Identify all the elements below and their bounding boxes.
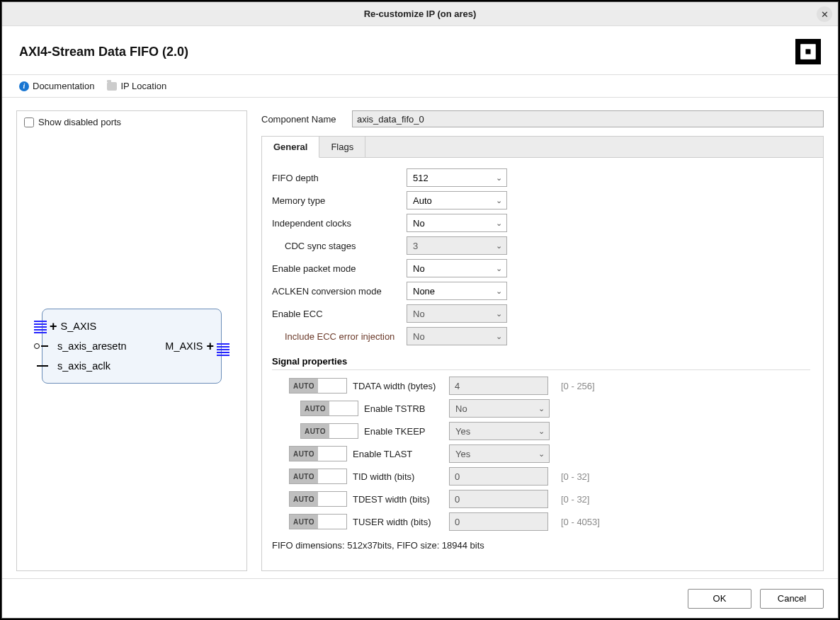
chevron-down-icon: ⌄	[538, 427, 545, 436]
amd-logo	[795, 39, 821, 64]
tdata-width-input	[449, 377, 548, 395]
documentation-label: Documentation	[33, 81, 94, 91]
tab-body-general: FIFO depth 512 ⌄ Memory type Auto ⌄	[262, 158, 823, 570]
signal-properties-heading: Signal properties	[272, 356, 810, 370]
ecc-injection-select: No ⌄	[407, 327, 507, 345]
linkbar: i Documentation IP Location	[2, 75, 838, 98]
documentation-link[interactable]: i Documentation	[19, 81, 94, 91]
bus-rail-icon	[217, 343, 229, 356]
enable-tkeep-label: Enable TKEEP	[364, 426, 443, 437]
independent-clocks-select[interactable]: No ⌄	[407, 214, 507, 232]
pin-circle-icon	[34, 343, 40, 349]
tab-general[interactable]: General	[262, 137, 319, 158]
tid-range: [0 - 32]	[561, 471, 589, 482]
ip-block: + S_AXIS s_axis_aresetn M_AXIS	[42, 309, 222, 384]
aclken-mode-label: ACLKEN conversion mode	[272, 286, 407, 297]
tstrb-auto-switch[interactable]: AUTO	[300, 401, 358, 416]
chevron-down-icon: ⌄	[538, 449, 545, 459]
enable-ecc-select: No ⌄	[407, 304, 507, 323]
info-icon: i	[19, 81, 29, 91]
memory-type-label: Memory type	[272, 195, 407, 206]
component-name-label: Component Name	[261, 114, 345, 125]
fifo-depth-select[interactable]: 512 ⌄	[407, 168, 507, 187]
aclken-mode-select[interactable]: None ⌄	[407, 282, 507, 300]
tab-container: General Flags FIFO depth 512 ⌄ Memory ty…	[261, 136, 824, 571]
tuser-auto-switch[interactable]: AUTO	[289, 514, 347, 529]
show-disabled-ports-checkbox[interactable]: Show disabled ports	[24, 117, 239, 127]
tdata-range: [0 - 256]	[561, 381, 595, 391]
component-name-row: Component Name	[261, 110, 824, 127]
close-icon: ✕	[821, 9, 829, 20]
port-aresetn: s_axis_aresetn	[57, 340, 127, 352]
tuser-width-input	[449, 512, 548, 531]
port-m-axis: M_AXIS	[165, 340, 203, 352]
cdc-sync-label: CDC sync stages	[272, 241, 407, 251]
tab-strip: General Flags	[262, 137, 823, 158]
chevron-down-icon: ⌄	[496, 241, 502, 251]
symbol-panel: Show disabled ports + S_AXIS	[16, 110, 247, 571]
fifo-dimensions-text: FIFO dimensions: 512x37bits, FIFO size: …	[272, 540, 813, 551]
tdest-auto-switch[interactable]: AUTO	[289, 491, 347, 507]
tdata-width-label: TDATA width (bytes)	[353, 381, 443, 391]
packet-mode-label: Enable packet mode	[272, 263, 407, 274]
pin-line-icon	[41, 345, 48, 347]
bus-rail-icon	[34, 321, 47, 333]
folder-icon	[107, 82, 117, 91]
chevron-down-icon: ⌄	[496, 287, 502, 296]
enable-tstrb-label: Enable TSTRB	[364, 403, 443, 414]
component-name-input[interactable]	[352, 110, 824, 127]
svg-rect-3	[806, 50, 811, 54]
tid-width-label: TID width (bits)	[353, 471, 443, 482]
ecc-injection-label: Include ECC error injection	[272, 331, 407, 342]
expand-icon[interactable]: +	[205, 339, 215, 354]
port-s-axis: S_AXIS	[61, 321, 97, 332]
tid-width-input	[449, 467, 548, 486]
chevron-down-icon: ⌄	[496, 219, 502, 228]
tab-flags[interactable]: Flags	[319, 137, 365, 157]
titlebar: Re-customize IP (on ares) ✕	[2, 2, 838, 26]
tdest-width-label: TDEST width (bits)	[353, 494, 443, 505]
enable-tstrb-select: No ⌄	[449, 399, 550, 418]
tlast-auto-switch[interactable]: AUTO	[289, 446, 347, 461]
chevron-down-icon: ⌄	[496, 196, 502, 205]
cancel-button[interactable]: Cancel	[760, 589, 824, 609]
ok-button[interactable]: OK	[688, 589, 751, 609]
independent-clocks-label: Independent clocks	[272, 218, 407, 229]
ip-location-link[interactable]: IP Location	[107, 81, 166, 91]
cdc-sync-select: 3 ⌄	[407, 236, 507, 255]
block-diagram-area: + S_AXIS s_axis_aresetn M_AXIS	[24, 127, 239, 565]
close-button[interactable]: ✕	[817, 6, 832, 22]
enable-tkeep-select: Yes ⌄	[449, 422, 550, 440]
window-title: Re-customize IP (on ares)	[364, 8, 477, 19]
config-panel: Component Name General Flags FIFO depth …	[261, 110, 824, 571]
tuser-range: [0 - 4053]	[561, 517, 600, 527]
ip-location-label: IP Location	[120, 81, 166, 91]
packet-mode-select[interactable]: No ⌄	[407, 259, 507, 277]
chevron-down-icon: ⌄	[496, 173, 502, 183]
memory-type-select[interactable]: Auto ⌄	[407, 191, 507, 209]
dialog-window: Re-customize IP (on ares) ✕ AXI4-Stream …	[1, 1, 839, 619]
enable-ecc-label: Enable ECC	[272, 309, 407, 319]
header: AXI4-Stream Data FIFO (2.0)	[2, 26, 838, 75]
enable-tlast-select: Yes ⌄	[449, 444, 550, 463]
chevron-down-icon: ⌄	[538, 404, 545, 413]
body: Show disabled ports + S_AXIS	[2, 98, 838, 578]
show-disabled-ports-input[interactable]	[24, 117, 34, 127]
tdest-width-input	[449, 490, 548, 508]
tid-auto-switch[interactable]: AUTO	[289, 469, 347, 484]
enable-tlast-label: Enable TLAST	[353, 449, 443, 459]
tdata-auto-switch[interactable]: AUTO	[289, 378, 347, 394]
chevron-down-icon: ⌄	[496, 309, 502, 318]
ip-title: AXI4-Stream Data FIFO (2.0)	[19, 45, 188, 59]
port-aclk: s_axis_aclk	[57, 360, 110, 372]
expand-icon[interactable]: +	[48, 319, 59, 334]
chevron-down-icon: ⌄	[496, 332, 502, 341]
tuser-width-label: TUSER width (bits)	[353, 517, 443, 527]
tdest-range: [0 - 32]	[561, 494, 589, 505]
pin-line-icon	[37, 365, 48, 367]
footer: OK Cancel	[2, 578, 838, 618]
show-disabled-ports-label: Show disabled ports	[38, 117, 121, 127]
tkeep-auto-switch[interactable]: AUTO	[300, 423, 358, 439]
fifo-depth-label: FIFO depth	[272, 173, 407, 183]
chevron-down-icon: ⌄	[496, 264, 502, 273]
